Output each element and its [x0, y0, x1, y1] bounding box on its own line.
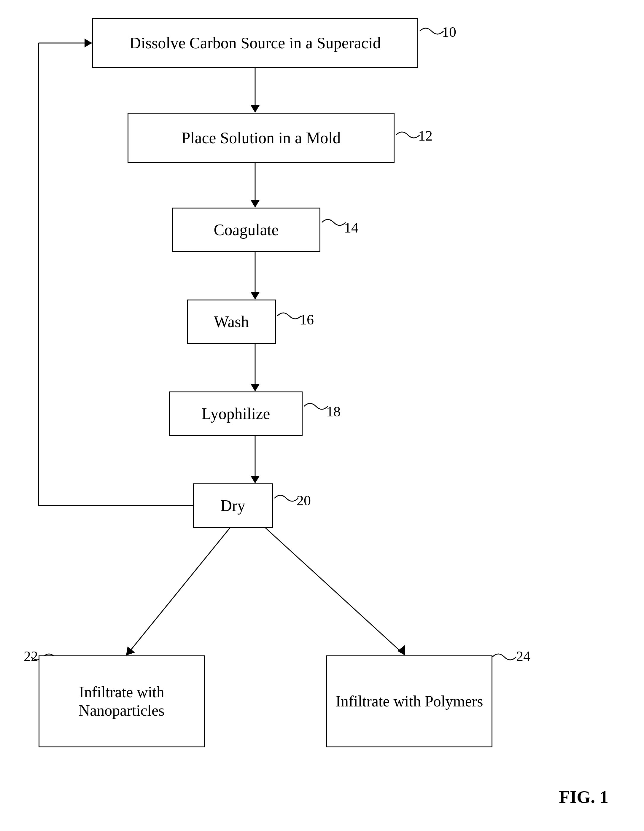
svg-marker-5	[251, 292, 260, 299]
svg-marker-13	[84, 38, 92, 48]
box-nanoparticles: Infiltrate with Nanoparticles	[38, 656, 205, 747]
ref-24: 24	[516, 648, 531, 664]
box-dissolve: Dissolve Carbon Source in a Superacid	[92, 18, 418, 68]
svg-marker-9	[251, 476, 260, 483]
ref-22: 22	[24, 648, 38, 664]
ref-18: 18	[326, 403, 341, 420]
ref-16: 16	[300, 311, 314, 328]
svg-line-14	[128, 528, 230, 654]
svg-marker-7	[251, 384, 260, 392]
box-wash-label: Wash	[214, 312, 249, 331]
svg-marker-3	[251, 200, 260, 208]
ref-20: 20	[296, 492, 311, 509]
box-dissolve-label: Dissolve Carbon Source in a Superacid	[129, 33, 381, 53]
box-polymers-label: Infiltrate with Polymers	[336, 692, 483, 711]
diagram: Dissolve Carbon Source in a Superacid 10…	[0, 0, 644, 831]
ref-12: 12	[418, 127, 432, 144]
box-mold-label: Place Solution in a Mold	[182, 128, 341, 148]
box-dry: Dry	[193, 483, 273, 528]
box-nanoparticles-label: Infiltrate with Nanoparticles	[40, 683, 204, 720]
box-mold: Place Solution in a Mold	[128, 113, 395, 163]
svg-marker-17	[397, 645, 405, 656]
figure-label: FIG. 1	[559, 787, 608, 807]
svg-marker-1	[251, 105, 260, 113]
svg-marker-15	[126, 646, 135, 656]
ref-14: 14	[344, 220, 358, 236]
box-dry-label: Dry	[220, 496, 245, 516]
box-wash: Wash	[187, 299, 276, 344]
ref-10: 10	[442, 24, 456, 40]
svg-line-16	[266, 528, 403, 654]
box-polymers: Infiltrate with Polymers	[326, 656, 493, 747]
box-coagulate-label: Coagulate	[214, 220, 279, 240]
box-coagulate: Coagulate	[172, 208, 320, 252]
box-lyophilize-label: Lyophilize	[202, 404, 270, 423]
box-lyophilize: Lyophilize	[169, 392, 303, 436]
